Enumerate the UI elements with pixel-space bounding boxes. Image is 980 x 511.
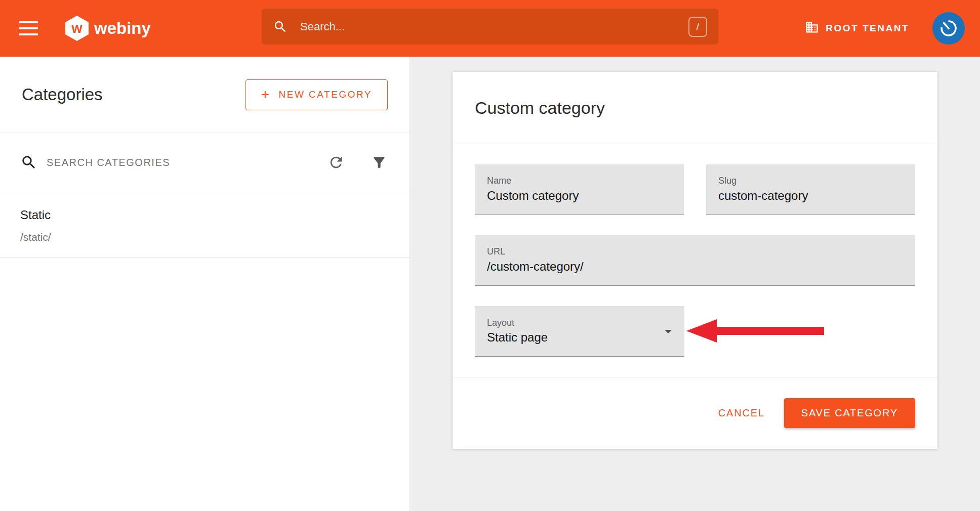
url-field-label: URL xyxy=(487,247,903,256)
tenant-label: ROOT TENANT xyxy=(826,23,909,34)
category-name: Static xyxy=(20,207,389,223)
filter-icon[interactable] xyxy=(371,154,387,171)
global-search-input[interactable] xyxy=(299,20,688,34)
slug-field-label: Slug xyxy=(718,176,903,185)
hamburger-bar xyxy=(19,27,38,29)
user-avatar[interactable] xyxy=(932,12,965,45)
categories-panel-header: Categories + NEW CATEGORY xyxy=(0,57,410,133)
layout-row: Layout Static page xyxy=(475,306,915,357)
save-category-button[interactable]: SAVE CATEGORY xyxy=(784,398,915,428)
search-categories-input[interactable] xyxy=(46,156,328,169)
refresh-icon[interactable] xyxy=(328,154,345,171)
layout-selected-value: Static page xyxy=(487,331,672,344)
url-row: URL xyxy=(475,235,915,286)
webiny-logo-icon: w xyxy=(65,16,89,41)
list-item-static[interactable]: Static /static/ xyxy=(0,192,410,258)
topbar-right-group: ROOT TENANT xyxy=(802,12,965,45)
search-categories-icon xyxy=(20,154,37,171)
card-body: Name Slug URL xyxy=(453,144,937,377)
category-form-card: Custom category Name Slug xyxy=(453,72,937,449)
card-title: Custom category xyxy=(475,98,605,118)
root-tenant-button[interactable]: ROOT TENANT xyxy=(802,20,912,37)
layout-field-label: Layout xyxy=(487,318,672,327)
name-field-label: Name xyxy=(487,176,672,185)
hamburger-bar xyxy=(19,33,38,35)
card-footer: CANCEL SAVE CATEGORY xyxy=(453,377,937,449)
app-root: w webiny / ROOT TENANT xyxy=(0,0,980,511)
slug-field[interactable]: Slug xyxy=(706,164,915,215)
new-category-button-label: NEW CATEGORY xyxy=(279,89,372,100)
slash-shortcut-badge: / xyxy=(688,17,707,37)
global-search-bar[interactable]: / xyxy=(262,9,718,45)
hamburger-bar xyxy=(19,21,38,23)
webiny-wordmark: webiny xyxy=(94,19,151,38)
webiny-logo[interactable]: w webiny xyxy=(65,16,151,41)
power-icon xyxy=(938,18,959,39)
top-app-bar: w webiny / ROOT TENANT xyxy=(0,0,980,57)
name-field[interactable]: Name xyxy=(475,164,684,215)
name-slug-row: Name Slug xyxy=(475,164,915,215)
webiny-logo-letter: w xyxy=(71,22,82,35)
main-content: Categories + NEW CATEGORY xyxy=(0,57,980,511)
hamburger-menu-icon[interactable] xyxy=(19,21,38,35)
layout-dropdown[interactable]: Layout Static page xyxy=(475,306,684,357)
categories-list: Static /static/ xyxy=(0,192,410,258)
chevron-down-icon xyxy=(660,323,676,339)
url-field[interactable]: URL xyxy=(475,235,915,286)
slug-field-input[interactable] xyxy=(718,189,903,203)
new-category-button[interactable]: + NEW CATEGORY xyxy=(246,79,388,110)
category-url: /static/ xyxy=(20,231,389,244)
card-title-row: Custom category xyxy=(453,72,937,144)
url-field-input[interactable] xyxy=(487,260,903,274)
tenant-building-icon xyxy=(805,20,819,37)
name-field-input[interactable] xyxy=(487,189,672,203)
plus-icon: + xyxy=(261,88,271,102)
page-title: Categories xyxy=(22,85,103,104)
category-details-panel: Custom category Name Slug xyxy=(410,57,980,511)
categories-search-row xyxy=(0,133,410,192)
cancel-button[interactable]: CANCEL xyxy=(715,402,768,424)
categories-list-panel: Categories + NEW CATEGORY xyxy=(0,57,410,511)
search-icon xyxy=(273,19,288,34)
